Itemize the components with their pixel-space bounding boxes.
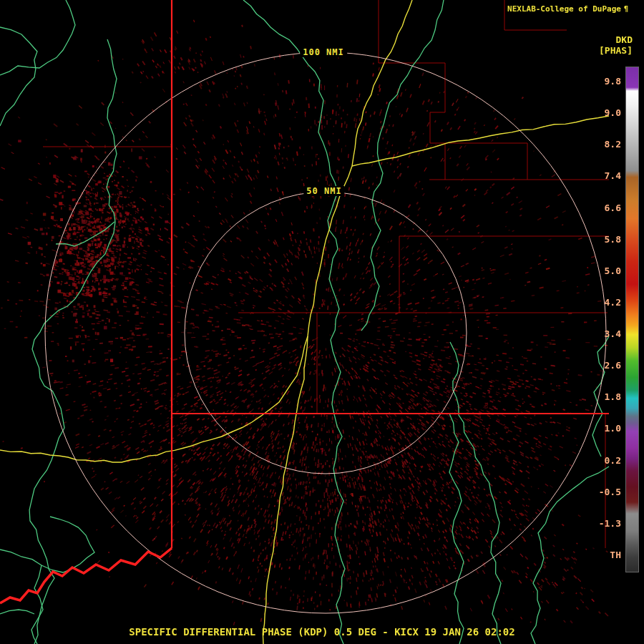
river [592, 336, 609, 457]
colorbar [625, 67, 639, 572]
range-ring-label-50nmi: 50 NMI [303, 186, 344, 196]
radar-display: 100 NMI 50 NMI NEXLAB-College of DuPage¶… [0, 0, 644, 644]
highway [263, 336, 308, 644]
river [0, 517, 94, 572]
product-code: DKD [616, 34, 633, 45]
units-label: [PHAS] [599, 45, 633, 56]
river [450, 342, 501, 644]
river [56, 222, 114, 246]
river [0, 610, 34, 614]
range-ring-100nmi [45, 52, 606, 613]
river [29, 39, 117, 644]
river [361, 0, 444, 331]
river [0, 0, 75, 75]
highway [0, 0, 412, 462]
river [531, 467, 609, 644]
cod-logo-icon: ¶ [624, 5, 628, 13]
range-ring-label-100nmi: 100 NMI [300, 47, 347, 57]
river [0, 27, 37, 126]
state-border-river [0, 548, 172, 603]
product-caption: SPECIFIC DIFFERENTIAL PHASE (KDP) 0.5 DE… [0, 626, 644, 638]
river [449, 414, 464, 644]
highway [352, 116, 609, 166]
range-ring-50nmi [185, 192, 467, 474]
station-credit: NEXLAB-College of DuPage¶ [507, 4, 628, 14]
map-overlay [0, 0, 644, 644]
river [243, 0, 345, 644]
station-credit-text: NEXLAB-College of DuPage [507, 4, 621, 14]
